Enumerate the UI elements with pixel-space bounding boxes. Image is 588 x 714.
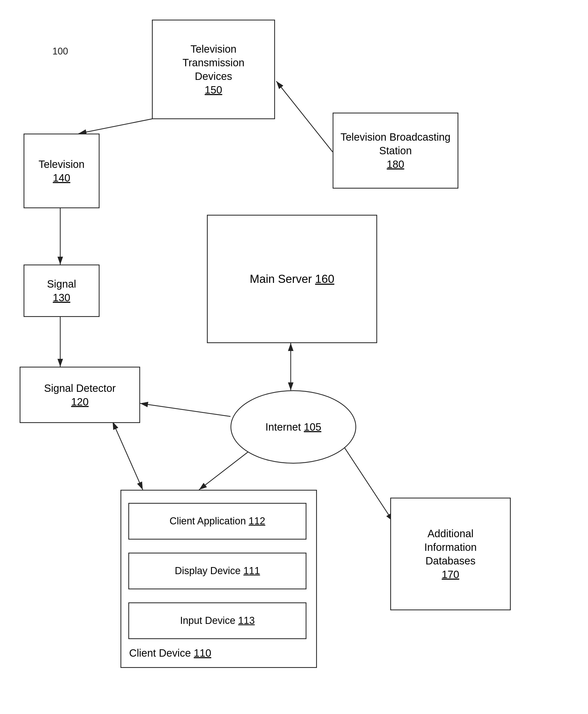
display-device-label: Display Device 111 [175, 564, 260, 577]
signal-detector-box: Signal Detector 120 [20, 367, 140, 423]
client-app-box: Client Application 112 [128, 503, 307, 540]
main-server-label: Main Server 160 [250, 271, 334, 286]
svg-line-10 [140, 403, 230, 417]
television-box: Television 140 [24, 133, 100, 208]
signal-box: Signal 130 [24, 265, 100, 317]
input-device-box: Input Device 113 [128, 603, 307, 639]
ttd-box: Television Transmission Devices 150 [152, 20, 275, 119]
main-server-box: Main Server 160 [207, 215, 377, 343]
additional-info-label: Additional Information Databases 170 [424, 527, 477, 581]
label-100: 100 [52, 46, 68, 57]
additional-info-box: Additional Information Databases 170 [390, 498, 511, 610]
internet-label: Internet 105 [265, 420, 321, 434]
internet-ellipse: Internet 105 [230, 390, 356, 464]
input-device-label: Input Device 113 [180, 614, 255, 627]
display-device-box: Display Device 111 [128, 553, 307, 589]
svg-line-7 [113, 422, 143, 490]
ttd-label: Television Transmission Devices 150 [183, 42, 244, 97]
svg-line-3 [79, 117, 164, 133]
diagram: 100 Television Transmission Devices 150 … [0, 0, 588, 714]
client-device-num: 110 [194, 647, 211, 659]
svg-line-4 [276, 81, 333, 152]
tbs-label: Television Broadcasting Station 180 [340, 130, 450, 171]
television-label: Television 140 [39, 158, 85, 185]
client-app-label: Client Application 112 [169, 515, 265, 527]
signal-label: Signal 130 [47, 277, 76, 304]
client-device-label: Client Device [129, 647, 191, 659]
signal-detector-label: Signal Detector 120 [44, 381, 115, 408]
tbs-box: Television Broadcasting Station 180 [333, 113, 458, 189]
